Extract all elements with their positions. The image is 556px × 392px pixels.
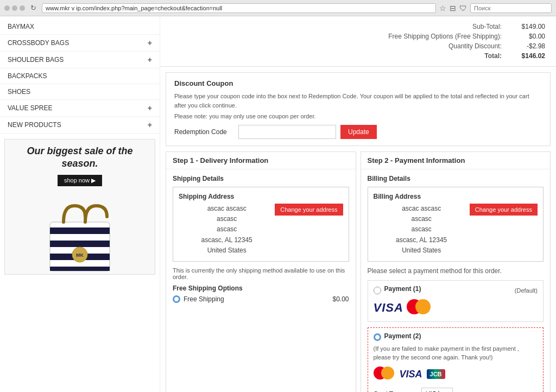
update-button[interactable]: Update xyxy=(340,125,377,139)
discount-note: Please note: you may only use one coupon… xyxy=(174,113,542,119)
sidebar-item-label: BACKPACKS xyxy=(8,72,47,80)
order-summary: Sub-Total: $149.00 Free Shipping Options… xyxy=(160,16,556,67)
browser-dot-3 xyxy=(20,5,25,11)
billing-address-text: ascac ascasc ascasc ascasc ascasc, AL 12… xyxy=(374,204,470,256)
payment1-default: (Default) xyxy=(515,287,538,294)
mc-logo-2 xyxy=(374,366,395,382)
change-billing-address-button[interactable]: Change your address xyxy=(470,204,538,216)
total-label: Total: xyxy=(371,52,502,60)
expand-icon: + xyxy=(148,121,152,129)
sidebar-item-label: BAYMAX xyxy=(8,23,34,30)
payment2-radio[interactable] xyxy=(374,333,381,341)
sidebar-item-crossbody[interactable]: CROSSBODY BAGS + xyxy=(0,35,160,52)
browser-dot-1 xyxy=(4,5,10,11)
step2-column: Step 2 - Payment Information Billing Det… xyxy=(361,151,551,392)
sidebar-item-shoulder[interactable]: SHOULDER BAGS + xyxy=(0,52,160,68)
payment-select-msg: Please select a payment method for this … xyxy=(368,267,544,275)
subtotal-label: Sub-Total: xyxy=(371,23,502,30)
svg-rect-4 xyxy=(50,267,110,271)
step2-body: Billing Details Billing Address ascac as… xyxy=(361,169,551,392)
shield-icon[interactable]: 🛡 xyxy=(459,4,467,12)
step1-column: Step 1 - Delivery Information Shipping D… xyxy=(166,151,356,392)
billing-address-header: Billing Address xyxy=(374,193,538,200)
url-bar[interactable]: www.mkr v ip.com/index.php?main_page=che… xyxy=(42,3,436,13)
shipping-address-header: Shipping Address xyxy=(179,193,343,200)
shipping-address-text: ascac ascasc ascasc ascasc ascasc, AL 12… xyxy=(179,204,275,256)
discount-value: -$2.98 xyxy=(513,42,545,50)
jcb-logo: JCB xyxy=(427,369,445,379)
card-type-row: Card Type: VISA xyxy=(374,388,538,392)
change-shipping-address-button[interactable]: Change your address xyxy=(275,204,343,216)
billing-address-content: ascac ascasc ascasc ascasc ascasc, AL 12… xyxy=(374,204,538,256)
browser-chrome: ↻ www.mkr v ip.com/index.php?main_page=c… xyxy=(0,0,556,16)
svg-text:MK: MK xyxy=(76,252,84,258)
visa-logo: VISA xyxy=(374,301,403,315)
payment2-cards: VISA JCB xyxy=(374,366,538,382)
expand-icon: + xyxy=(148,104,152,112)
star-icon[interactable]: ☆ xyxy=(439,4,446,12)
total-row: Total: $146.02 xyxy=(171,51,545,61)
refresh-button[interactable]: ↻ xyxy=(28,4,39,12)
shipping-address-box: Shipping Address ascac ascasc ascasc asc… xyxy=(173,187,349,262)
visa-logo-2: VISA xyxy=(400,369,422,380)
svg-rect-1 xyxy=(50,227,110,234)
redemption-code-input[interactable] xyxy=(238,125,336,139)
main-content: Sub-Total: $149.00 Free Shipping Options… xyxy=(160,16,556,392)
bag-illustration: MK xyxy=(45,195,115,275)
payment-1-box: Payment (1) (Default) VISA xyxy=(368,280,544,322)
browser-dot-2 xyxy=(12,5,17,11)
steps-container: Step 1 - Delivery Information Shipping D… xyxy=(166,151,551,392)
total-value: $146.02 xyxy=(513,52,545,60)
step1-body: Shipping Details Shipping Address ascac … xyxy=(166,169,356,308)
sidebar-item-value-spree[interactable]: VALUE SPREE + xyxy=(0,100,160,117)
banner-headline: Our biggest sale of the season. xyxy=(10,145,149,170)
subtotal-row: Sub-Total: $149.00 xyxy=(171,22,545,31)
payment1-cards: VISA xyxy=(374,299,538,317)
shipping-label: Free Shipping Options (Free Shipping): xyxy=(371,33,502,40)
sidebar-banner: Our biggest sale of the season. shop now… xyxy=(4,139,155,275)
sidebar-item-label: SHOULDER BAGS xyxy=(8,56,64,64)
sidebar-item-backpacks[interactable]: BACKPACKS xyxy=(0,68,160,84)
subtotal-value: $149.00 xyxy=(513,23,545,30)
discount-row: Redemption Code Update xyxy=(174,125,542,139)
payment1-radio[interactable] xyxy=(374,287,381,294)
sidebar: BAYMAX CROSSBODY BAGS + SHOULDER BAGS + … xyxy=(0,16,160,392)
shipping-note: This is currently the only shipping meth… xyxy=(173,267,349,280)
free-shipping-radio[interactable] xyxy=(173,295,180,303)
browser-search-input[interactable] xyxy=(470,3,552,13)
payment1-title: Payment (1) xyxy=(384,285,421,293)
shipping-option-free: Free Shipping $0.00 xyxy=(173,295,349,303)
sidebar-item-shoes[interactable]: SHOES xyxy=(0,84,160,100)
shipping-row: Free Shipping Options (Free Shipping): $… xyxy=(171,31,545,41)
discount-coupon-section: Discount Coupon Please type your coupon … xyxy=(166,72,551,146)
redemption-label: Redemption Code xyxy=(174,128,234,136)
discount-desc: Please type your coupon code into the bo… xyxy=(174,92,542,110)
sidebar-item-label: VALUE SPREE xyxy=(8,104,52,112)
free-shipping-price: $0.00 xyxy=(332,295,349,303)
payment2-note: (If you are failed to make payment in th… xyxy=(374,344,538,362)
sidebar-item-baymax[interactable]: BAYMAX xyxy=(0,19,160,35)
svg-rect-2 xyxy=(50,241,110,247)
sidebar-item-new-products[interactable]: NEW PRODUCTS + xyxy=(0,117,160,134)
shipping-value: $0.00 xyxy=(513,33,545,40)
discount-row: Quantity Discount: -$2.98 xyxy=(171,41,545,51)
shop-now-button[interactable]: shop now ▶ xyxy=(58,175,102,186)
free-shipping-label: Free Shipping xyxy=(184,295,224,303)
browser-actions: ☆ ⊟ 🛡 xyxy=(439,4,467,12)
payment2-title: Payment (2) xyxy=(384,332,421,340)
expand-icon: + xyxy=(148,39,152,47)
reader-icon[interactable]: ⊟ xyxy=(450,4,456,12)
sidebar-item-label: CROSSBODY BAGS xyxy=(8,39,69,47)
discount-title: Discount Coupon xyxy=(174,79,542,87)
card-type-select[interactable]: VISA xyxy=(421,388,453,392)
expand-icon: + xyxy=(148,55,152,64)
step2-header: Step 2 - Payment Information xyxy=(361,152,551,169)
address-content: ascac ascasc ascasc ascasc ascasc, AL 12… xyxy=(179,204,343,256)
step1-header: Step 1 - Delivery Information xyxy=(166,152,356,169)
sidebar-item-label: SHOES xyxy=(8,88,30,96)
shipping-options-title: Free Shipping Options xyxy=(173,284,349,292)
browser-dots xyxy=(4,5,25,11)
payment-2-box: Payment (2) (If you are failed to make p… xyxy=(368,327,544,392)
discount-label: Quantity Discount: xyxy=(371,42,502,50)
shipping-details-title: Shipping Details xyxy=(173,175,349,182)
